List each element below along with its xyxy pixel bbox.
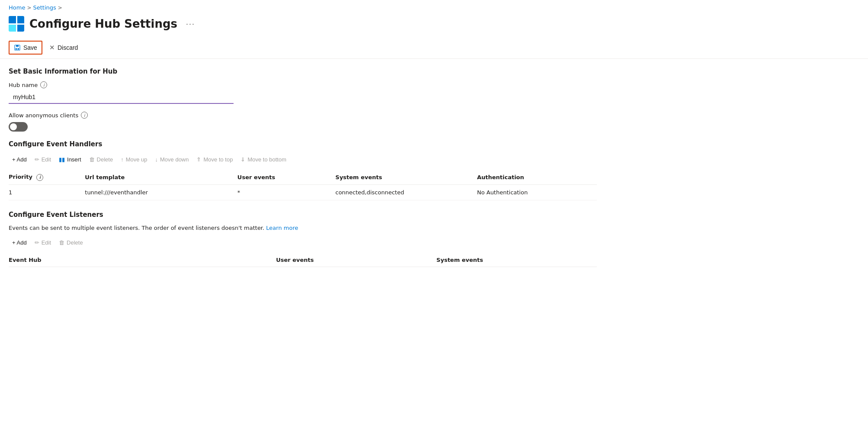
breadcrumb-sep2: > — [58, 5, 62, 11]
eh-move-to-top-button[interactable]: ⇑ Move to top — [193, 154, 236, 165]
col-header-user-events: User events — [237, 170, 336, 184]
col-header-system-events: System events — [336, 170, 477, 184]
anonymous-toggle-row — [9, 122, 597, 132]
el-add-button[interactable]: + Add — [9, 237, 30, 248]
table-row[interactable]: 1 tunnel:///eventhandler * connected,dis… — [9, 184, 597, 200]
event-listeners-section-title: Configure Event Listeners — [9, 211, 597, 219]
anonymous-clients-field: Allow anonymous clients i — [9, 112, 597, 132]
el-delete-icon: 🗑 — [59, 239, 64, 246]
hub-name-field: Hub name i — [9, 81, 597, 104]
app-icon — [9, 16, 24, 32]
discard-label: Discard — [58, 44, 78, 51]
breadcrumb-home[interactable]: Home — [9, 4, 25, 11]
el-col-header-system-events: System events — [436, 253, 597, 267]
save-label: Save — [23, 44, 37, 51]
discard-button[interactable]: ✕ Discard — [44, 40, 83, 55]
el-col-header-user-events: User events — [276, 253, 436, 267]
priority-info-icon[interactable]: i — [36, 174, 43, 181]
save-button[interactable]: Save — [9, 41, 42, 55]
event-handlers-thead: Priority i Url template User events Syst… — [9, 170, 597, 184]
anonymous-toggle[interactable] — [9, 122, 28, 132]
learn-more-link[interactable]: Learn more — [266, 225, 298, 231]
cell-user-events: * — [237, 184, 336, 200]
anonymous-info-icon[interactable]: i — [81, 112, 88, 119]
basic-info-section-title: Set Basic Information for Hub — [9, 68, 597, 75]
toggle-thumb — [10, 123, 17, 130]
el-edit-button[interactable]: ✏ Edit — [31, 237, 54, 248]
delete-icon: 🗑 — [89, 156, 95, 163]
event-handlers-table: Priority i Url template User events Syst… — [9, 170, 597, 200]
el-col-header-event-hub: Event Hub — [9, 253, 276, 267]
col-header-url: Url template — [85, 170, 237, 184]
cell-priority: 1 — [9, 184, 85, 200]
col-header-authentication: Authentication — [477, 170, 597, 184]
page-header: Configure Hub Settings ··· — [0, 13, 868, 37]
move-down-icon: ↓ — [155, 156, 158, 163]
save-icon — [14, 44, 21, 51]
svg-rect-3 — [16, 48, 18, 49]
event-handlers-tbody: 1 tunnel:///eventhandler * connected,dis… — [9, 184, 597, 200]
eh-delete-button[interactable]: 🗑 Delete — [86, 154, 117, 165]
eh-move-down-button[interactable]: ↓ Move down — [152, 154, 192, 165]
cell-url-template: tunnel:///eventhandler — [85, 184, 237, 200]
breadcrumb-sep1: > — [27, 5, 31, 11]
eh-add-button[interactable]: + Add — [9, 154, 30, 165]
event-listeners-thead: Event Hub User events System events — [9, 253, 597, 267]
breadcrumb-settings[interactable]: Settings — [33, 4, 56, 11]
eh-move-to-bottom-button[interactable]: ⇓ Move to bottom — [237, 154, 290, 165]
eh-insert-button[interactable]: ▮▮ Insert — [55, 154, 85, 165]
hub-name-info-icon[interactable]: i — [40, 81, 47, 88]
edit-icon: ✏ — [35, 156, 39, 163]
event-handlers-toolbar: + Add ✏ Edit ▮▮ Insert 🗑 Delete ↑ Move u… — [9, 154, 597, 165]
eh-edit-button[interactable]: ✏ Edit — [31, 154, 54, 165]
main-toolbar: Save ✕ Discard — [0, 37, 868, 59]
el-delete-button[interactable]: 🗑 Delete — [55, 237, 86, 248]
el-edit-icon: ✏ — [35, 239, 39, 246]
move-to-bottom-icon: ⇓ — [240, 156, 245, 163]
listeners-description: Events can be sent to multiple event lis… — [9, 225, 597, 231]
insert-icon: ▮▮ — [59, 156, 65, 163]
cell-system-events: connected,disconnected — [336, 184, 477, 200]
event-handlers-section-title: Configure Event Handlers — [9, 140, 597, 148]
breadcrumb: Home > Settings > — [0, 0, 868, 13]
hub-name-label: Hub name i — [9, 81, 597, 88]
hub-name-input[interactable] — [9, 91, 234, 104]
col-header-priority: Priority i — [9, 170, 85, 184]
cell-authentication: No Authentication — [477, 184, 597, 200]
main-content: Set Basic Information for Hub Hub name i… — [0, 59, 605, 286]
svg-rect-1 — [16, 45, 19, 47]
move-to-top-icon: ⇑ — [196, 156, 201, 163]
discard-icon: ✕ — [49, 44, 55, 52]
page-title: Configure Hub Settings — [29, 17, 177, 30]
more-options-button[interactable]: ··· — [183, 18, 199, 30]
anonymous-label: Allow anonymous clients i — [9, 112, 597, 119]
toggle-track — [9, 122, 28, 132]
move-up-icon: ↑ — [121, 156, 124, 163]
event-listeners-toolbar: + Add ✏ Edit 🗑 Delete — [9, 237, 597, 248]
eh-move-up-button[interactable]: ↑ Move up — [117, 154, 151, 165]
event-listeners-table: Event Hub User events System events — [9, 253, 597, 267]
